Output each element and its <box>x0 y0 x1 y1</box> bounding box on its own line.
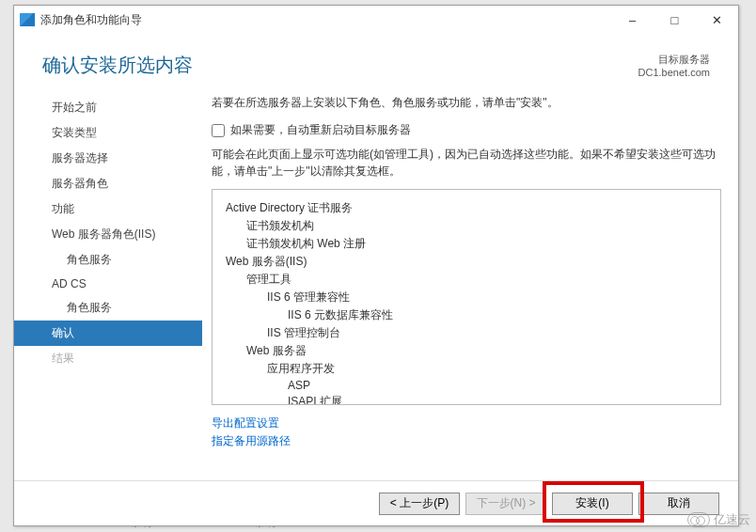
install-summary-tree[interactable]: Active Directory 证书服务证书颁发机构证书颁发机构 Web 注册… <box>212 189 721 405</box>
sidebar-step[interactable]: 安装类型 <box>42 120 202 146</box>
tree-node: Web 服务器 <box>226 342 707 360</box>
auto-restart-checkbox[interactable] <box>212 124 225 137</box>
sidebar-step[interactable]: 服务器角色 <box>42 171 202 196</box>
minimize-button[interactable]: – <box>611 6 654 34</box>
sidebar-step[interactable]: 角色服务 <box>42 247 202 273</box>
wizard-steps-sidebar: 开始之前安装类型服务器选择服务器角色功能Web 服务器角色(IIS)角色服务AD… <box>14 95 202 501</box>
export-config-link[interactable]: 导出配置设置 <box>212 415 721 432</box>
sidebar-step[interactable]: 服务器选择 <box>42 146 202 171</box>
tree-node: 证书颁发机构 Web 注册 <box>226 235 707 253</box>
titlebar: 添加角色和功能向导 – □ ✕ <box>14 6 738 34</box>
tree-node: 管理工具 <box>226 271 707 289</box>
tree-node: 证书颁发机构 <box>226 217 707 235</box>
footer-buttons: < 上一步(P) 下一步(N) > 安装(I) 取消 <box>14 480 738 525</box>
target-server-name: DC1.benet.com <box>638 67 710 78</box>
sidebar-step[interactable]: 角色服务 <box>42 295 202 321</box>
maximize-button[interactable]: □ <box>654 6 696 34</box>
tree-node: IIS 6 管理兼容性 <box>226 289 707 306</box>
main-panel: 若要在所选服务器上安装以下角色、角色服务或功能，请单击"安装"。 如果需要，自动… <box>202 95 738 501</box>
close-button[interactable]: ✕ <box>696 6 738 34</box>
sidebar-step: 结果 <box>42 346 202 371</box>
auto-restart-label: 如果需要，自动重新启动目标服务器 <box>230 122 411 138</box>
alt-source-link[interactable]: 指定备用源路径 <box>212 432 721 450</box>
auto-restart-row[interactable]: 如果需要，自动重新启动目标服务器 <box>212 122 721 138</box>
next-button: 下一步(N) > <box>465 493 546 515</box>
sidebar-step[interactable]: 开始之前 <box>42 95 202 120</box>
tree-node: Active Directory 证书服务 <box>226 199 707 217</box>
sidebar-step[interactable]: 功能 <box>42 196 202 222</box>
optional-features-note: 可能会在此页面上显示可选功能(如管理工具)，因为已自动选择这些功能。如果不希望安… <box>212 146 721 180</box>
tree-node: IIS 6 元数据库兼容性 <box>226 306 707 324</box>
sidebar-step[interactable]: AD CS <box>42 273 202 295</box>
sidebar-step[interactable]: Web 服务器角色(IIS) <box>42 222 202 247</box>
tree-node: ASP <box>226 378 707 393</box>
window-title: 添加角色和功能向导 <box>40 12 611 28</box>
watermark-icon <box>687 512 710 527</box>
watermark-text: 亿速云 <box>714 511 750 528</box>
tree-node: 应用程序开发 <box>226 360 707 378</box>
page-title: 确认安装所选内容 <box>42 53 193 78</box>
watermark: 亿速云 <box>687 511 750 528</box>
target-label: 目标服务器 <box>638 53 710 67</box>
intro-text: 若要在所选服务器上安装以下角色、角色服务或功能，请单击"安装"。 <box>212 95 721 111</box>
target-server-info: 目标服务器 DC1.benet.com <box>638 53 710 78</box>
previous-button[interactable]: < 上一步(P) <box>379 493 460 515</box>
install-button[interactable]: 安装(I) <box>552 493 633 515</box>
tree-node: IIS 管理控制台 <box>226 324 707 342</box>
app-icon <box>20 13 35 26</box>
wizard-window: 添加角色和功能向导 – □ ✕ 确认安装所选内容 目标服务器 DC1.benet… <box>13 5 739 526</box>
tree-node: Web 服务器(IIS) <box>226 253 707 271</box>
tree-node: ISAPI 扩展 <box>226 393 707 405</box>
sidebar-step[interactable]: 确认 <box>14 321 202 346</box>
